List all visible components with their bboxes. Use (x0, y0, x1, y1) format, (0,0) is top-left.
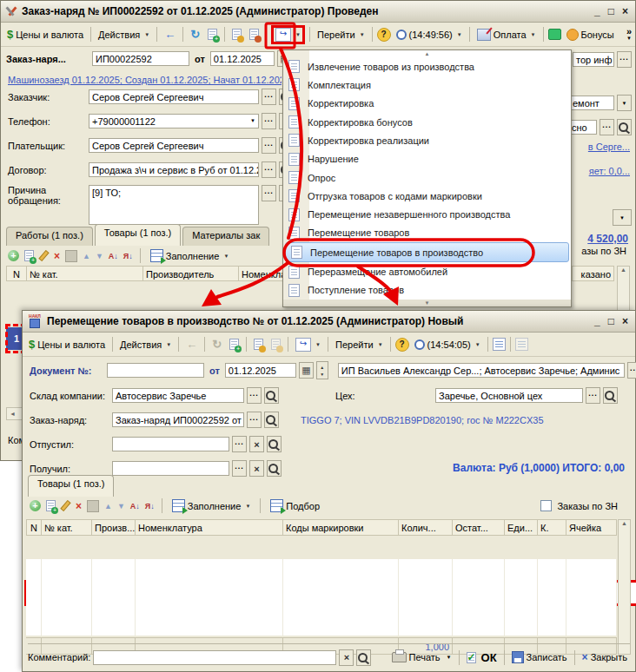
released-input[interactable] (112, 437, 229, 451)
menu-scroll-up-icon[interactable]: ▲ (283, 50, 571, 57)
menu-item-violation[interactable]: Нарушение (283, 150, 571, 168)
col-manufacturer[interactable]: Произв... (92, 519, 136, 536)
phone-select-button[interactable] (262, 113, 276, 129)
received-select-button[interactable] (232, 460, 247, 477)
close-icon[interactable]: × (622, 5, 628, 17)
maximize-icon[interactable]: □ (608, 315, 614, 327)
workshop-input[interactable]: Заречье, Основной цех (435, 388, 583, 403)
order-select-button[interactable] (247, 412, 262, 428)
print-button[interactable]: Печать▼ (389, 651, 454, 663)
menu-item-sales-correction[interactable]: Корректировка реализации (283, 131, 571, 149)
move-down-icon[interactable]: ▼ (96, 252, 103, 260)
scroll-left-icon[interactable]: ◄ (7, 411, 18, 417)
released-open-button[interactable] (267, 436, 282, 452)
released-select-button[interactable] (232, 436, 247, 452)
menu-item-assembly[interactable]: Комплектация (283, 76, 571, 94)
tab-materials[interactable]: Материалы зак (182, 227, 269, 246)
menu-item-bonus-correction[interactable]: Корректировка бонусов (283, 113, 571, 131)
copy-row-icon[interactable]: + (24, 250, 34, 261)
customer-card-link[interactable]: в Серге... (588, 142, 630, 152)
reason-select-button[interactable] (262, 185, 276, 201)
move-up-icon[interactable]: ▲ (104, 502, 112, 511)
col-n[interactable]: N (26, 519, 42, 536)
col-marking[interactable]: Коды маркировки (283, 519, 399, 536)
transfer-table-vscrollbar[interactable]: ▲ (618, 519, 631, 655)
received-input[interactable] (112, 461, 229, 476)
payment-button[interactable]: Оплата (474, 28, 539, 42)
menu-item-car-relocation[interactable]: Переразмещение автомобилей (283, 262, 571, 280)
col-k[interactable]: К. (538, 519, 566, 536)
ok-button[interactable]: ✓ОК (464, 650, 500, 665)
copy-row-icon[interactable]: + (46, 500, 56, 511)
structure-icon[interactable] (493, 338, 506, 351)
move-up-icon[interactable]: ▲ (83, 252, 90, 260)
col-cat[interactable]: № кат. (27, 266, 143, 281)
move-down-icon[interactable]: ▼ (117, 502, 125, 511)
warehouse-select-button[interactable] (247, 387, 262, 404)
document-number-input[interactable] (107, 363, 204, 378)
comment-open-button[interactable] (356, 649, 371, 666)
date-spinner[interactable]: ▲▼ (316, 361, 328, 379)
menu-item-correction[interactable]: Корректировка (283, 95, 571, 113)
sort-desc-icon[interactable]: Я↓ (145, 502, 155, 511)
tab-goods[interactable]: Товары (1 поз.) (95, 224, 181, 246)
payment-due-link[interactable]: яет: 0,0... (589, 166, 630, 176)
time-button[interactable]: (14:49:56) (394, 29, 465, 41)
maximize-icon[interactable]: □ (608, 5, 614, 17)
copy-document-icon[interactable]: + (205, 28, 220, 41)
menu-item-goods-to-production[interactable]: Перемещение товаров в производство (285, 242, 569, 262)
col-cat[interactable]: № кат. (42, 519, 92, 536)
time-button[interactable]: (14:54:05) (412, 339, 483, 351)
minimize-icon[interactable]: _ (594, 315, 600, 327)
menu-item-goods-receipt[interactable]: Поступление товаров (283, 281, 571, 300)
bonus-button[interactable]: Бонусы (564, 28, 617, 42)
prices-currency-button[interactable]: $Цены и валюта (26, 337, 108, 352)
col-ordered[interactable]: казано (573, 266, 614, 281)
phone-input[interactable]: +79000001122 (92, 115, 156, 128)
released-clear-button[interactable] (249, 436, 264, 452)
sort-desc-icon[interactable]: Я↓ (123, 252, 133, 260)
goto-button[interactable]: Перейти (333, 339, 386, 351)
customer-input[interactable]: Серов Сергей Сергеевич (89, 89, 259, 104)
delete-row-icon[interactable]: × (76, 500, 82, 512)
document-date-input[interactable]: 01.12.2025 (225, 363, 296, 378)
print-dropdown-icon[interactable]: ▼ (447, 655, 452, 660)
menu-item-shipment-marking[interactable]: Отгрузка товаров с кодами маркировки (283, 187, 571, 205)
edit-row-icon[interactable] (60, 500, 70, 511)
fill-button[interactable]: Заполнение (148, 248, 232, 263)
actions-button[interactable]: Действия (117, 339, 174, 351)
col-unit[interactable]: Еди... (505, 519, 538, 536)
warehouse-input[interactable]: Автосервис Заречье (112, 388, 244, 403)
back-arrow-icon[interactable]: ← (162, 27, 178, 42)
prices-currency-button[interactable]: $Цены и валюта (4, 27, 86, 42)
warehouse-open-button[interactable] (264, 387, 279, 404)
responsible-input[interactable]: тор инф (573, 52, 614, 67)
chevron-down-icon[interactable]: ▼ (250, 115, 255, 128)
order-open-button[interactable] (264, 412, 279, 428)
orders-checkbox[interactable] (540, 500, 552, 511)
menu-item-survey[interactable]: Опрос (283, 168, 571, 187)
payer-input[interactable]: Серов Сергей Сергеевич (89, 138, 259, 153)
contract-input[interactable]: Продажа з\ч и сервис в Руб от 01.12.2 (89, 162, 259, 177)
tab-goods[interactable]: Товары (1 поз.) (28, 475, 114, 497)
combo-dropdown-button[interactable] (613, 209, 632, 226)
create-linked-document-button[interactable]: ↪ (293, 337, 323, 352)
received-clear-button[interactable] (249, 460, 264, 477)
order-input[interactable]: Заказ-наряд ИП00022592 от 01.12.2 (112, 412, 244, 427)
calendar-icon[interactable] (299, 362, 314, 379)
doc-number-input[interactable]: ИП00022592 (92, 51, 189, 66)
delete-row-icon[interactable]: × (54, 250, 60, 262)
col-quantity[interactable]: Колич... (399, 519, 453, 536)
col-rest[interactable]: Остат... (453, 519, 505, 536)
phone-terminal-icon[interactable] (548, 29, 561, 40)
sort-asc-icon[interactable]: А↓ (130, 502, 140, 511)
customer-select-button[interactable] (262, 89, 276, 105)
comment-input[interactable] (93, 650, 336, 665)
doc-date-input[interactable]: 01.12.2025 (210, 51, 275, 66)
payer-select-button[interactable] (262, 137, 276, 154)
col-n[interactable]: N (6, 266, 27, 281)
workshop-select-button[interactable] (586, 387, 600, 404)
pick-button[interactable]: Подбор (268, 498, 322, 513)
create-linked-document-button[interactable]: ↪ (271, 25, 305, 44)
close-icon[interactable]: × (622, 315, 628, 327)
